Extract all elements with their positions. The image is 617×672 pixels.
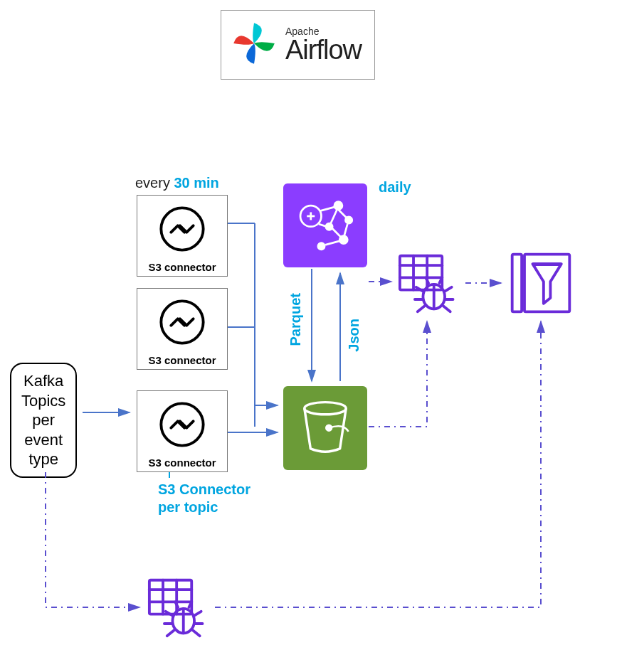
label-s3conn-line2: per topic — [158, 498, 251, 516]
svg-line-13 — [344, 224, 348, 236]
s3-connector-icon — [154, 247, 210, 259]
label-s3conn-per-topic: S3 Connector per topic — [158, 481, 251, 516]
s3-connector-box-2: S3 connector — [137, 288, 228, 370]
svg-line-49 — [167, 631, 174, 636]
svg-rect-35 — [512, 255, 522, 312]
s3-connector-box-3: S3 connector — [137, 390, 228, 472]
emr-cluster-icon — [292, 191, 358, 260]
label-s3conn-line1: S3 Connector — [158, 481, 251, 498]
svg-line-50 — [194, 612, 201, 616]
airflow-pinwheel-icon — [228, 18, 280, 72]
kafka-line: Topics — [21, 391, 65, 411]
s3-connector-label: S3 connector — [140, 457, 224, 469]
svg-line-12 — [338, 210, 346, 218]
label-json: Json — [346, 319, 362, 352]
svg-line-34 — [443, 306, 450, 312]
s3-connector-icon — [154, 340, 210, 352]
airflow-wordmark: Apache Airflow — [285, 26, 362, 63]
s3-bucket-icon — [295, 396, 356, 460]
label-every-text: every — [135, 175, 170, 191]
airflow-big-text: Airflow — [285, 36, 362, 63]
svg-line-31 — [418, 306, 425, 312]
svg-line-52 — [193, 631, 200, 636]
s3-connector-label: S3 connector — [140, 354, 224, 366]
s3-connector-box-1: S3 connector — [137, 195, 228, 277]
airflow-logo-box: Apache Airflow — [221, 10, 375, 80]
svg-line-14 — [325, 241, 339, 245]
svg-point-19 — [327, 425, 332, 430]
svg-line-32 — [445, 287, 452, 292]
svg-point-18 — [305, 402, 346, 415]
s3-bucket-box — [283, 386, 367, 470]
svg-point-6 — [334, 202, 342, 210]
kafka-line: per — [21, 410, 65, 430]
svg-line-15 — [319, 224, 327, 227]
svg-rect-37 — [532, 262, 561, 266]
glue-crawler-bottom-icon — [145, 576, 213, 643]
svg-point-9 — [318, 243, 325, 250]
kafka-topics-box: Kafka Topics per event type — [10, 363, 77, 478]
s3-connector-icon — [154, 442, 210, 454]
label-parquet: Parquet — [288, 293, 304, 346]
s3-connector-label: S3 connector — [140, 261, 224, 273]
svg-point-7 — [346, 217, 352, 223]
kafka-line: type — [21, 449, 65, 469]
kafka-line: event — [21, 430, 65, 450]
label-thirty-text: 30 min — [174, 175, 218, 191]
label-daily: daily — [379, 179, 411, 196]
emr-box — [283, 183, 367, 267]
connector-overlay — [0, 0, 617, 672]
svg-line-16 — [332, 228, 341, 238]
glue-crawler-top-icon — [396, 252, 464, 319]
svg-line-11 — [320, 207, 334, 211]
svg-line-17 — [330, 210, 337, 224]
kafka-line: Kafka — [21, 371, 65, 391]
label-every: every 30 min — [135, 175, 219, 191]
glue-data-catalog-icon — [507, 249, 575, 320]
